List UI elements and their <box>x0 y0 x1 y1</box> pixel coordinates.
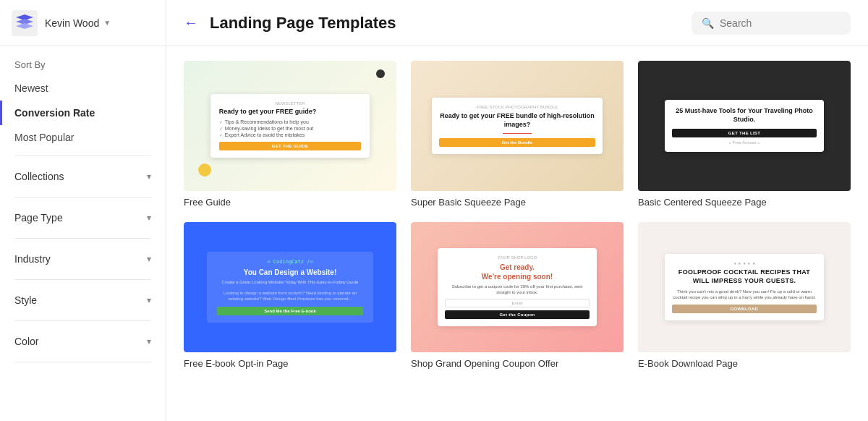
mini-card-4: < CodingCatz /> You Can Design a Website… <box>207 252 373 323</box>
main-header: ← Landing Page Templates 🔍 <box>166 0 868 46</box>
user-selector[interactable]: Kevin Wood ▼ <box>45 17 111 29</box>
sidebar-item-newest[interactable]: Newest <box>0 76 166 101</box>
template-thumb-1: NEWSLETTER Ready to get your FREE guide?… <box>184 61 396 191</box>
template-thumb-3: 25 Must-have Tools for Your Traveling Ph… <box>638 61 851 191</box>
template-label-1: Free Guide <box>184 197 396 208</box>
divider-5 <box>14 320 151 321</box>
template-label-2: Super Basic Squeeze Page <box>411 197 624 208</box>
sidebar-item-conversion-rate[interactable]: Conversion Rate <box>0 101 166 125</box>
sidebar: Kevin Wood ▼ Sort By Newest Conversion R… <box>0 0 166 421</box>
mini-card-2: FREE STOCK PHOTOGRAPHY BUNDLE Ready to g… <box>432 98 602 154</box>
mini-card-6: ★ ★ ★ ★ ★ FOOLPROOF COCKTAIL RECIPES THA… <box>665 254 825 320</box>
mini-card-5: YOUR SHOP LOGO Get ready.We're opening s… <box>438 248 597 327</box>
template-card-ebook-download[interactable]: ★ ★ ★ ★ ★ FOOLPROOF COCKTAIL RECIPES THA… <box>638 222 851 369</box>
divider-3 <box>14 238 151 239</box>
chevron-down-icon: ▼ <box>103 19 111 27</box>
template-card-free-guide[interactable]: NEWSLETTER Ready to get your FREE guide?… <box>184 61 396 208</box>
chevron-down-icon: ▾ <box>147 171 151 182</box>
template-card-squeeze[interactable]: FREE STOCK PHOTOGRAPHY BUNDLE Ready to g… <box>411 61 624 208</box>
collapsible-industry[interactable]: Industry ▾ <box>0 244 166 273</box>
mini-card-1: NEWSLETTER Ready to get your FREE guide?… <box>210 94 370 158</box>
search-icon: 🔍 <box>702 17 714 29</box>
back-button[interactable]: ← <box>184 14 198 31</box>
app-logo <box>12 10 38 36</box>
back-arrow-icon: ← <box>184 14 198 31</box>
collapsible-color[interactable]: Color ▾ <box>0 327 166 356</box>
chevron-down-icon: ▾ <box>147 254 151 264</box>
template-card-photo-tools[interactable]: 25 Must-have Tools for Your Traveling Ph… <box>638 61 851 208</box>
mini-card-3: 25 Must-have Tools for Your Traveling Ph… <box>665 100 825 151</box>
sidebar-header: Kevin Wood ▼ <box>0 0 166 46</box>
sidebar-item-most-popular[interactable]: Most Popular <box>0 125 166 150</box>
main-content: ← Landing Page Templates 🔍 NEWSLETTER Re… <box>166 0 868 421</box>
user-name: Kevin Wood <box>45 17 99 29</box>
template-thumb-5: YOUR SHOP LOGO Get ready.We're opening s… <box>411 222 624 352</box>
search-box[interactable]: 🔍 <box>692 12 851 35</box>
divider-4 <box>14 279 151 280</box>
search-input[interactable] <box>720 17 841 29</box>
template-card-ebook-optin[interactable]: < CodingCatz /> You Can Design a Website… <box>184 222 396 369</box>
template-grid-container: NEWSLETTER Ready to get your FREE guide?… <box>166 46 868 421</box>
sort-by-label: Sort By <box>0 46 166 76</box>
chevron-down-icon: ▾ <box>147 295 151 305</box>
template-card-shop-opening[interactable]: YOUR SHOP LOGO Get ready.We're opening s… <box>411 222 624 369</box>
template-thumb-4: < CodingCatz /> You Can Design a Website… <box>184 222 396 352</box>
template-label-3: Basic Centered Squeeze Page <box>638 197 851 208</box>
template-grid: NEWSLETTER Ready to get your FREE guide?… <box>184 61 851 369</box>
template-label-4: Free E-book Opt-in Page <box>184 358 396 369</box>
divider-6 <box>14 362 151 362</box>
template-label-6: E-Book Download Page <box>638 358 851 369</box>
template-thumb-6: ★ ★ ★ ★ ★ FOOLPROOF COCKTAIL RECIPES THA… <box>638 222 851 352</box>
template-label-5: Shop Grand Opening Coupon Offer <box>411 358 624 369</box>
divider-2 <box>14 197 151 197</box>
chevron-down-icon: ▾ <box>147 213 151 223</box>
divider-1 <box>14 156 151 156</box>
template-thumb-2: FREE STOCK PHOTOGRAPHY BUNDLE Ready to g… <box>411 61 624 191</box>
page-title: Landing Page Templates <box>210 14 692 33</box>
collapsible-style[interactable]: Style ▾ <box>0 286 166 315</box>
collapsible-collections[interactable]: Collections ▾ <box>0 162 166 191</box>
chevron-down-icon: ▾ <box>147 336 151 346</box>
collapsible-page-type[interactable]: Page Type ▾ <box>0 203 166 232</box>
